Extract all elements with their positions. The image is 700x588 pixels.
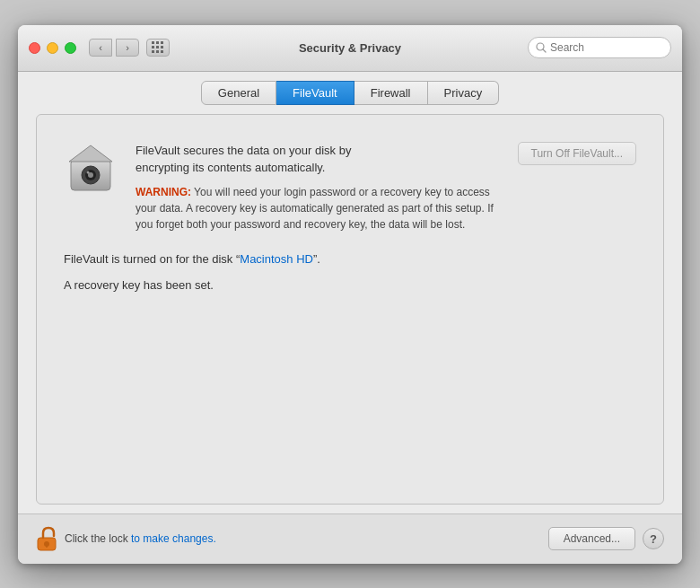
nav-buttons: ‹ ›	[89, 39, 139, 57]
disk-icon	[64, 142, 118, 196]
lock-area: Click the lock to make changes.	[36, 526, 216, 551]
minimize-button[interactable]	[47, 42, 58, 54]
lock-link[interactable]: to make changes.	[131, 532, 216, 545]
status-section: FileVault is turned on for the disk “Mac…	[64, 250, 636, 293]
traffic-lights	[29, 42, 76, 54]
content-panel: FileVault secures the data on your disk …	[36, 114, 664, 505]
bottom-right-buttons: Advanced... ?	[548, 527, 664, 550]
svg-line-1	[543, 49, 546, 52]
svg-point-7	[87, 171, 90, 173]
back-button[interactable]: ‹	[89, 39, 112, 57]
close-button[interactable]	[29, 42, 40, 54]
tab-firewall[interactable]: Firewall	[354, 81, 428, 105]
window-title: Security & Privacy	[299, 41, 401, 55]
tab-general[interactable]: General	[201, 81, 276, 105]
tab-filevault[interactable]: FileVault	[276, 81, 354, 105]
filevault-text-area: FileVault secures the data on your disk …	[136, 142, 500, 233]
help-button[interactable]: ?	[643, 528, 664, 549]
tab-privacy[interactable]: Privacy	[428, 81, 500, 105]
lock-icon[interactable]	[36, 526, 57, 551]
forward-button[interactable]: ›	[116, 39, 139, 57]
svg-rect-10	[46, 544, 48, 548]
filevault-description: FileVault secures the data on your disk …	[136, 142, 500, 177]
disk-name: Macintosh HD	[240, 252, 313, 266]
grid-button[interactable]	[146, 39, 170, 57]
main-window: ‹ › Security & Privacy General FileVault	[18, 25, 682, 564]
filevault-header: FileVault secures the data on your disk …	[64, 142, 636, 233]
titlebar: ‹ › Security & Privacy	[18, 25, 682, 72]
filevault-status: FileVault is turned on for the disk “Mac…	[64, 250, 636, 268]
turn-off-filevault-button[interactable]: Turn Off FileVault...	[518, 142, 636, 165]
advanced-button[interactable]: Advanced...	[548, 527, 635, 550]
maximize-button[interactable]	[65, 42, 76, 54]
svg-marker-3	[69, 145, 112, 162]
lock-label: Click the lock to make changes.	[65, 532, 216, 545]
warning-label: WARNING:	[136, 186, 191, 198]
tabbar: General FileVault Firewall Privacy	[18, 72, 682, 105]
search-input[interactable]	[550, 41, 663, 54]
bottombar: Click the lock to make changes. Advanced…	[18, 513, 682, 564]
recovery-key-status: A recovery key has been set.	[64, 278, 636, 292]
grid-icon	[152, 41, 164, 54]
warning-text: WARNING: You will need your login passwo…	[136, 184, 500, 233]
search-box[interactable]	[528, 37, 671, 58]
search-icon	[536, 42, 547, 53]
